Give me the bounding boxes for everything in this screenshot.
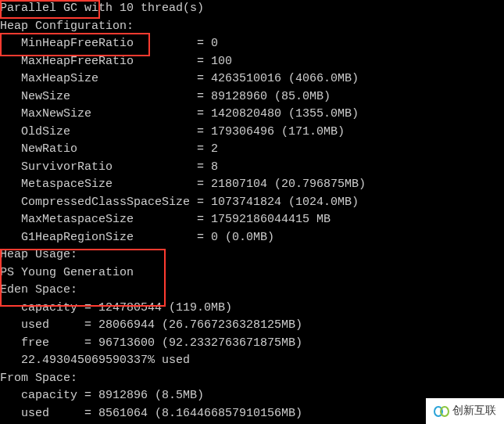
gc-line: Parallel GC with 10 thread(s) — [0, 0, 504, 18]
eden-space-header: Eden Space: — [0, 282, 504, 300]
heap-config-row: MinHeapFreeRatio = 0 — [0, 35, 504, 53]
heap-config-row: MaxHeapSize = 4263510016 (4066.0MB) — [0, 70, 504, 88]
watermark: 创新互联 — [426, 398, 504, 424]
heap-config-row: NewRatio = 2 — [0, 141, 504, 159]
heap-config-row: CompressedClassSpaceSize = 1073741824 (1… — [0, 194, 504, 212]
heap-config-row: G1HeapRegionSize = 0 (0.0MB) — [0, 229, 504, 247]
eden-space-row: capacity = 124780544 (119.0MB) — [0, 300, 504, 318]
young-gen-header: PS Young Generation — [0, 264, 504, 282]
watermark-logo-icon — [434, 406, 449, 417]
heap-config-row: MaxNewSize = 1420820480 (1355.0MB) — [0, 106, 504, 124]
watermark-text: 创新互联 — [452, 403, 496, 419]
eden-space-row: free = 96713600 (92.2332763671875MB) — [0, 335, 504, 353]
heap-config-row: NewSize = 89128960 (85.0MB) — [0, 88, 504, 106]
heap-config-row: MaxMetaspaceSize = 17592186044415 MB — [0, 211, 504, 229]
heap-config-row: MetaspaceSize = 21807104 (20.796875MB) — [0, 176, 504, 194]
terminal-output: Parallel GC with 10 thread(s) Heap Confi… — [0, 0, 504, 424]
heap-config-header: Heap Configuration: — [0, 18, 504, 36]
eden-space-row: used = 28066944 (26.7667236328125MB) — [0, 317, 504, 335]
heap-usage-header: Heap Usage: — [0, 246, 504, 264]
from-space-header: From Space: — [0, 370, 504, 388]
heap-config-row: OldSize = 179306496 (171.0MB) — [0, 124, 504, 142]
heap-config-row: SurvivorRatio = 8 — [0, 159, 504, 177]
eden-space-row: 22.493045069590337% used — [0, 352, 504, 370]
heap-config-row: MaxHeapFreeRatio = 100 — [0, 53, 504, 71]
